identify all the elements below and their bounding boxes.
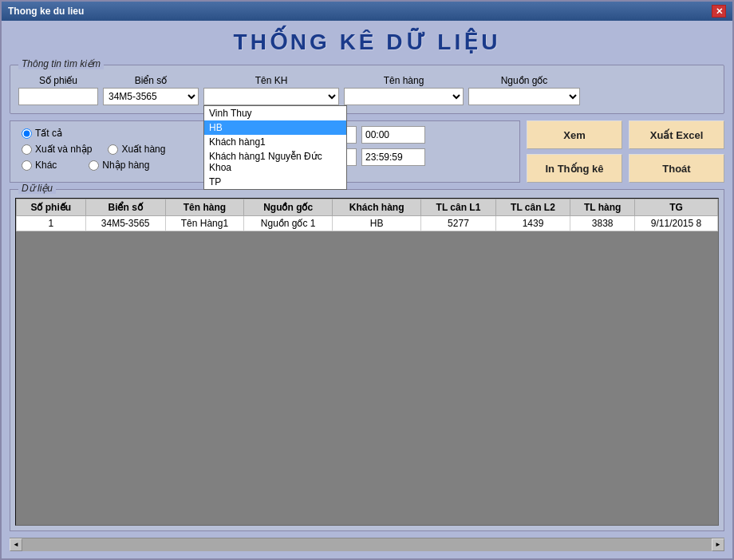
dropdown-item-vinh-thuy[interactable]: Vinh Thuy bbox=[204, 106, 346, 120]
radio-xuat-hang-input[interactable] bbox=[108, 144, 118, 155]
col-nguon-goc: Nguồn gốc bbox=[244, 199, 333, 216]
col-bien-so: Biển số bbox=[85, 199, 165, 216]
time-from-input[interactable] bbox=[361, 126, 425, 144]
col-tl-can-l1: TL cân L1 bbox=[421, 199, 496, 216]
so-phieu-label: Số phiếu bbox=[39, 75, 77, 86]
cell-tg: 9/11/2015 8 bbox=[635, 216, 718, 231]
ten-kh-label: Tên KH bbox=[255, 75, 288, 86]
title-bar: Thong ke du lieu ✕ bbox=[2, 2, 732, 21]
ten-hang-group: Tên hàng bbox=[344, 75, 464, 105]
dropdown-item-tp[interactable]: TP bbox=[204, 175, 346, 189]
time-to-input[interactable] bbox=[361, 148, 425, 166]
bien-so-label: Biển số bbox=[135, 75, 168, 86]
ten-kh-group: Tên KH Vinh Thuy HB Khách hàng1 Khách hà… bbox=[203, 75, 339, 105]
nguon-goc-label: Nguồn gốc bbox=[501, 75, 548, 86]
page-title: THỐNG KÊ DỮ LIỆU bbox=[10, 29, 724, 55]
so-phieu-input[interactable] bbox=[18, 88, 98, 105]
radio-nhap-hang-label: Nhập hàng bbox=[102, 160, 149, 171]
col-tg: TG bbox=[635, 199, 718, 216]
dropdown-item-khach-hang1-nguyen[interactable]: Khách hàng1 Nguyễn Đức Khoa bbox=[204, 149, 346, 175]
in-thong-ke-button[interactable]: In Thống kê bbox=[527, 154, 622, 183]
col-tl-can-l2: TL cân L2 bbox=[495, 199, 570, 216]
radio-khac-label: Khác bbox=[35, 160, 57, 171]
search-group-label: Thông tin tìm kiếm bbox=[18, 58, 104, 69]
radio-row-2: Xuất và nhập Xuất hàng bbox=[22, 144, 205, 155]
thoat-button[interactable]: Thoát bbox=[629, 154, 724, 183]
radio-khac-input[interactable] bbox=[22, 160, 32, 171]
window-title: Thong ke du lieu bbox=[8, 6, 84, 17]
scroll-left-button[interactable]: ◄ bbox=[10, 538, 22, 551]
radio-xuat-hang[interactable]: Xuất hàng bbox=[108, 144, 165, 155]
radio-xuat-hang-label: Xuất hàng bbox=[121, 144, 165, 155]
ten-hang-label: Tên hàng bbox=[384, 75, 424, 86]
middle-section: Tất cả Xuất và nhập Xuất hàng bbox=[10, 120, 724, 183]
search-group: Thông tin tìm kiếm Số phiếu Biển số 34M5… bbox=[10, 65, 724, 114]
cell-so-phieu: 1 bbox=[17, 216, 86, 231]
cell-ten-hang: Tên Hàng1 bbox=[165, 216, 243, 231]
nguon-goc-group: Nguồn gốc bbox=[468, 75, 580, 105]
col-so-phieu: Số phiếu bbox=[17, 199, 86, 216]
main-window: Thong ke du lieu ✕ THỐNG KÊ DỮ LIỆU Thôn… bbox=[0, 0, 734, 560]
cell-bien-so: 34M5-3565 bbox=[85, 216, 165, 231]
table-row: 1 34M5-3565 Tên Hàng1 Nguồn gốc 1 HB 527… bbox=[17, 216, 718, 231]
bien-so-select[interactable]: 34M5-3565 bbox=[103, 88, 199, 105]
ten-kh-dropdown[interactable]: Vinh Thuy HB Khách hàng1 Khách hàng1 Ngu… bbox=[203, 105, 347, 190]
col-ten-hang: Tên hàng bbox=[165, 199, 243, 216]
radio-xuat-nhap[interactable]: Xuất và nhập bbox=[22, 144, 92, 155]
radio-row-1: Tất cả bbox=[22, 128, 205, 139]
close-button[interactable]: ✕ bbox=[712, 5, 726, 18]
btn-row-1: Xem Xuất Excel bbox=[527, 120, 724, 149]
nguon-goc-select[interactable] bbox=[468, 88, 580, 105]
radio-tat-ca-label: Tất cả bbox=[35, 128, 62, 139]
content-area: THỐNG KÊ DỮ LIỆU Thông tin tìm kiếm Số p… bbox=[2, 21, 732, 558]
cell-tl-hang: 3838 bbox=[570, 216, 635, 231]
cell-tl-can-l2: 1439 bbox=[495, 216, 570, 231]
col-tl-hang: TL hàng bbox=[570, 199, 635, 216]
radio-row-3: Khác Nhập hàng bbox=[22, 160, 205, 171]
xem-button[interactable]: Xem bbox=[527, 120, 622, 149]
radio-xuat-nhap-label: Xuất và nhập bbox=[35, 144, 92, 155]
buttons-box: Xem Xuất Excel In Thống kê Thoát bbox=[527, 120, 724, 183]
cell-tl-can-l1: 5277 bbox=[421, 216, 496, 231]
radio-tat-ca-input[interactable] bbox=[22, 128, 32, 139]
bien-so-group: Biển số 34M5-3565 bbox=[103, 75, 199, 105]
btn-row-2: In Thống kê Thoát bbox=[527, 154, 724, 183]
table-header-row: Số phiếu Biển số Tên hàng Nguồn gốc Khác… bbox=[17, 199, 718, 216]
scroll-track[interactable] bbox=[22, 538, 712, 551]
search-row: Số phiếu Biển số 34M5-3565 Tên KH bbox=[18, 75, 716, 105]
radio-xuat-nhap-input[interactable] bbox=[22, 144, 32, 155]
radio-nhap-hang-input[interactable] bbox=[89, 160, 99, 171]
dropdown-item-hb[interactable]: HB bbox=[204, 120, 346, 135]
data-group-label: Dữ liệu bbox=[18, 183, 56, 194]
data-group-box: Dữ liệu Số phiếu Biển số Tên hàng Nguồn … bbox=[10, 189, 724, 531]
scroll-right-button[interactable]: ► bbox=[712, 538, 724, 551]
col-khach-hang: Khách hàng bbox=[333, 199, 421, 216]
radio-group-box: Tất cả Xuất và nhập Xuất hàng bbox=[10, 120, 217, 183]
radio-nhap-hang[interactable]: Nhập hàng bbox=[89, 160, 149, 171]
radio-tat-ca[interactable]: Tất cả bbox=[22, 128, 62, 139]
cell-khach-hang: HB bbox=[333, 216, 421, 231]
cell-nguon-goc: Nguồn gốc 1 bbox=[244, 216, 333, 231]
empty-data-area bbox=[16, 231, 718, 391]
radio-khac[interactable]: Khác bbox=[22, 160, 57, 171]
xuat-excel-button[interactable]: Xuất Excel bbox=[629, 120, 724, 149]
so-phieu-group: Số phiếu bbox=[18, 75, 98, 105]
bottom-scrollbar: ◄ ► bbox=[10, 538, 724, 550]
ten-kh-select[interactable] bbox=[203, 88, 339, 105]
dropdown-item-khach-hang1[interactable]: Khách hàng1 bbox=[204, 135, 346, 149]
data-table: Số phiếu Biển số Tên hàng Nguồn gốc Khác… bbox=[16, 199, 718, 231]
table-container[interactable]: Số phiếu Biển số Tên hàng Nguồn gốc Khác… bbox=[15, 198, 719, 526]
ten-hang-select[interactable] bbox=[344, 88, 464, 105]
